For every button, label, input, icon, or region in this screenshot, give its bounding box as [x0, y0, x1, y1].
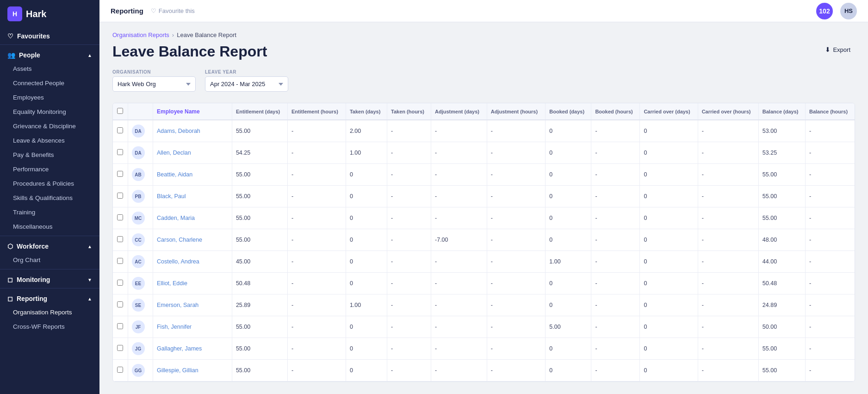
row-adj-days: -7.00 [431, 229, 487, 251]
employee-name-link[interactable]: Cadden, Maria [157, 215, 195, 221]
row-initials: CC [128, 229, 153, 251]
sidebar-section-people[interactable]: 👥 People ▲ [0, 47, 99, 62]
row-bk-days: 0 [546, 164, 591, 186]
row-co-hours: - [698, 207, 758, 229]
year-filter-select[interactable]: Apr 2024 - Mar 2025 [205, 76, 288, 92]
sidebar-section-reporting[interactable]: ◻ Reporting ▲ [0, 290, 99, 305]
sidebar-favourites[interactable]: ♡ Favourites [0, 28, 99, 43]
employee-name-link[interactable]: Elliot, Eddie [157, 280, 187, 287]
sidebar-item-misc[interactable]: Miscellaneous [0, 219, 99, 234]
user-avatar[interactable]: HS [840, 3, 857, 19]
row-ent-hours: - [287, 164, 346, 186]
employee-name-link[interactable]: Allen, Declan [157, 150, 191, 156]
row-checkbox[interactable] [117, 236, 123, 242]
row-checkbox[interactable] [117, 214, 123, 220]
breadcrumb-parent[interactable]: Organisation Reports [112, 31, 169, 38]
row-ent-hours: - [287, 207, 346, 229]
row-co-hours: - [698, 316, 758, 338]
row-checkbox[interactable] [117, 258, 123, 264]
col-co-hours: Carried over (hours) [698, 103, 758, 120]
row-ent-hours: - [287, 360, 346, 381]
employee-name-link[interactable]: Adams, Deborah [157, 128, 200, 134]
sidebar-item-org-reports[interactable]: Organisation Reports [0, 305, 99, 319]
table-row: CC Carson, Charlene 55.00 - 0 - -7.00 - … [113, 229, 855, 251]
row-adj-hours: - [487, 207, 546, 229]
row-co-days: 0 [640, 207, 698, 229]
row-checkbox[interactable] [117, 171, 123, 177]
sidebar-item-employees[interactable]: Employees [0, 90, 99, 105]
year-filter-group: LEAVE YEAR Apr 2024 - Mar 2025 [205, 69, 288, 92]
sidebar-item-assets[interactable]: Assets [0, 62, 99, 76]
favourite-button[interactable]: ♡ Favourite this [151, 7, 195, 14]
sidebar-section-monitoring[interactable]: ◻ Monitoring ▼ [0, 271, 99, 286]
col-name[interactable]: Employee Name [153, 103, 232, 120]
sidebar-item-training[interactable]: Training [0, 205, 99, 219]
sidebar-item-connected-people[interactable]: Connected People [0, 76, 99, 90]
sidebar-item-grievance[interactable]: Grievance & Discipline [0, 119, 99, 133]
col-bk-days: Booked (days) [546, 103, 591, 120]
row-name: Adams, Deborah [153, 120, 232, 142]
row-checkbox[interactable] [117, 345, 123, 351]
sidebar-section-workforce[interactable]: ⬡ Workforce ▲ [0, 238, 99, 253]
row-bk-days: 0 [546, 186, 591, 207]
row-bal-hours: - [805, 273, 855, 294]
sidebar-item-orgchart[interactable]: Org Chart [0, 253, 99, 267]
employee-name-link[interactable]: Fish, Jennifer [157, 324, 192, 330]
row-checkbox[interactable] [117, 127, 123, 133]
row-tak-hours: - [387, 186, 431, 207]
row-name: Black, Paul [153, 186, 232, 207]
row-bal-days: 53.25 [758, 142, 805, 164]
row-co-hours: - [698, 273, 758, 294]
sidebar-item-equality[interactable]: Equality Monitoring [0, 105, 99, 119]
row-initials: GG [128, 360, 153, 381]
sidebar-item-cross-wf[interactable]: Cross-WF Reports [0, 319, 99, 334]
select-all-checkbox[interactable] [117, 108, 123, 114]
sidebar-item-leave[interactable]: Leave & Absences [0, 133, 99, 148]
table-row: AB Beattie, Aidan 55.00 - 0 - - - 0 - 0 … [113, 164, 855, 186]
filters: ORGANISATION Hark Web Org LEAVE YEAR Apr… [112, 69, 855, 92]
col-adj-days: Adjustment (days) [431, 103, 487, 120]
sidebar-item-skills[interactable]: Skills & Qualifications [0, 191, 99, 205]
row-ent-hours: - [287, 338, 346, 360]
row-bal-hours: - [805, 229, 855, 251]
row-bk-days: 0 [546, 120, 591, 142]
row-bk-hours: - [591, 164, 640, 186]
row-adj-hours: - [487, 360, 546, 381]
row-checkbox[interactable] [117, 301, 123, 307]
logo: H Hark [0, 0, 99, 28]
row-bk-days: 0 [546, 338, 591, 360]
row-adj-days: - [431, 186, 487, 207]
row-adj-hours: - [487, 294, 546, 316]
sidebar-item-procedures[interactable]: Procedures & Policies [0, 176, 99, 191]
row-bal-days: 44.00 [758, 251, 805, 273]
employee-name-link[interactable]: Gallagher, James [157, 345, 202, 352]
employee-name-link[interactable]: Gillespie, Gillian [157, 367, 198, 374]
employee-name-link[interactable]: Carson, Charlene [157, 237, 202, 243]
row-checkbox[interactable] [117, 193, 123, 199]
employee-name-link[interactable]: Costello, Andrea [157, 258, 199, 265]
export-button[interactable]: ⬇ Export [820, 43, 855, 56]
row-checkbox[interactable] [117, 280, 123, 286]
col-bal-hours: Balance (hours) [805, 103, 855, 120]
employee-name-link[interactable]: Emerson, Sarah [157, 302, 198, 308]
sidebar-item-pay[interactable]: Pay & Benefits [0, 148, 99, 162]
row-ent-days: 55.00 [232, 338, 287, 360]
row-tak-hours: - [387, 142, 431, 164]
row-bal-days: 24.89 [758, 294, 805, 316]
row-tak-hours: - [387, 207, 431, 229]
row-checkbox[interactable] [117, 367, 123, 373]
org-filter-select[interactable]: Hark Web Org [112, 76, 196, 92]
row-checkbox[interactable] [117, 323, 123, 329]
employee-name-link[interactable]: Beattie, Aidan [157, 171, 192, 178]
employee-name-link[interactable]: Black, Paul [157, 193, 186, 200]
row-checkbox[interactable] [117, 149, 123, 155]
row-tak-hours: - [387, 251, 431, 273]
sidebar-item-performance[interactable]: Performance [0, 162, 99, 176]
row-initials: EE [128, 273, 153, 294]
heart-icon: ♡ [7, 32, 13, 40]
row-co-hours: - [698, 120, 758, 142]
row-adj-days: - [431, 294, 487, 316]
row-bal-days: 50.48 [758, 273, 805, 294]
notification-badge[interactable]: 102 [816, 3, 833, 19]
row-bal-hours: - [805, 338, 855, 360]
